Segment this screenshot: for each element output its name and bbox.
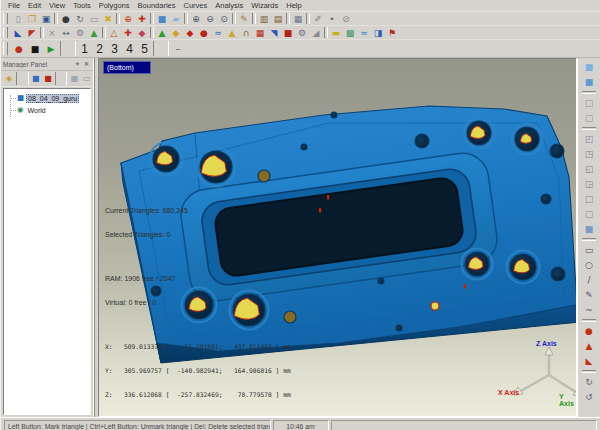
view-preset-button[interactable]: 4 (122, 41, 137, 56)
line-select-icon[interactable]: / (581, 273, 597, 287)
lasso-select-icon[interactable]: ○ (581, 258, 597, 272)
grid-delete-icon[interactable]: ▦ (253, 27, 267, 39)
stop-button[interactable]: ■ (27, 41, 43, 56)
view-list-icon[interactable]: ▦ (68, 72, 80, 85)
fill-defect-icon[interactable]: ▲ (581, 339, 597, 353)
bridge-icon[interactable]: ∩ (239, 27, 253, 39)
view-front-icon[interactable]: ◰ (581, 132, 597, 146)
defect-mark-icon[interactable]: ◆ (183, 27, 197, 39)
flat-view-icon[interactable]: □ (581, 96, 597, 110)
cube-tool-icon[interactable]: ◆ (135, 27, 149, 39)
curve-select-icon[interactable]: ~ (581, 303, 597, 317)
paint-defect-icon[interactable]: ● (581, 324, 597, 338)
plane-icon[interactable]: ▰ (169, 13, 183, 25)
view-preset-button[interactable]: 5 (137, 41, 152, 56)
menu-item[interactable]: Help (282, 0, 305, 11)
flip-normal-icon[interactable]: ◤ (25, 27, 39, 39)
registration-target-icon[interactable]: ⊕ (121, 13, 135, 25)
shaded-edges-view-icon[interactable]: ■ (581, 75, 597, 89)
fill-hole-icon[interactable]: ◣ (11, 27, 25, 39)
menu-item[interactable]: Boundaries (134, 0, 180, 11)
window-tool-icon[interactable]: ▭ (87, 13, 101, 25)
shade-box-icon[interactable]: ■ (155, 13, 169, 25)
view-right-icon[interactable]: ◲ (581, 177, 597, 191)
mesh-doctor-icon[interactable]: ✚ (121, 27, 135, 39)
ramp-icon[interactable]: ◢ (309, 27, 323, 39)
grid-icon[interactable]: ▦ (291, 13, 305, 25)
gold-part-icon[interactable]: ◆ (169, 27, 183, 39)
mesh-object-icon[interactable]: ■ (30, 72, 42, 85)
view-back-icon[interactable]: ◳ (581, 147, 597, 161)
move-tool-icon[interactable]: ↔ (59, 27, 73, 39)
zoom-out-icon[interactable]: ⊖ (203, 13, 217, 25)
pencil-icon[interactable]: ✎ (237, 13, 251, 25)
wireframe-view-icon[interactable]: ▢ (581, 111, 597, 125)
view-iso-icon[interactable]: ■ (581, 222, 597, 236)
view-preset-button[interactable]: 3 (107, 41, 122, 56)
mesh-red-icon[interactable]: ■ (42, 72, 54, 85)
pan-icon[interactable]: ↺ (581, 390, 597, 404)
view-preset-button[interactable]: 1 (77, 41, 92, 56)
pin-icon[interactable]: ⌖ (73, 60, 82, 68)
point-tool-icon[interactable]: • (325, 13, 339, 25)
viewport-3d[interactable]: (Bottom) Current Triangles: 680,245 Sele… (98, 58, 577, 417)
menu-item[interactable]: Edit (24, 0, 45, 11)
tree-item[interactable]: ■ 08_04_09_guru (11, 92, 89, 104)
wave-icon[interactable]: ≈ (211, 27, 225, 39)
smooth-mesh-icon[interactable]: ▲ (87, 27, 101, 39)
zoom-window-icon[interactable]: ⊙ (217, 13, 231, 25)
view-preset-button[interactable]: 2 (92, 41, 107, 56)
toolbar-grip[interactable] (3, 13, 8, 23)
deviation-icon[interactable]: ▬ (329, 27, 343, 39)
menu-item[interactable]: Analysis (211, 0, 247, 11)
flag-icon[interactable]: ⚑ (385, 27, 399, 39)
sphere-select-icon[interactable]: ● (197, 27, 211, 39)
compare-icon[interactable]: ◨ (371, 27, 385, 39)
measure-compare-icon[interactable]: ▤ (271, 13, 285, 25)
save-icon[interactable]: ▣ (39, 13, 53, 25)
new-file-icon[interactable]: ▯ (11, 13, 25, 25)
record-button[interactable]: ● (11, 41, 27, 56)
backslash-icon[interactable]: ◥ (267, 27, 281, 39)
menu-item[interactable]: View (45, 0, 69, 11)
dash-button[interactable]: – (170, 41, 186, 56)
shaded-view-icon[interactable]: ■ (581, 60, 597, 74)
camera-view-icon[interactable]: ▭ (81, 72, 93, 85)
texture-icon[interactable]: ▩ (343, 27, 357, 39)
view-top-icon[interactable]: □ (581, 192, 597, 206)
wave-analysis-icon[interactable]: ≈ (357, 27, 371, 39)
menu-item[interactable]: Polygons (95, 0, 134, 11)
rect-select-icon[interactable]: ▭ (581, 243, 597, 257)
measure-icon[interactable]: ▥ (257, 13, 271, 25)
refine-mesh-icon[interactable]: △ (107, 27, 121, 39)
gear-edit-icon[interactable]: ⚙ (295, 27, 309, 39)
gears-icon[interactable]: ⚙ (73, 27, 87, 39)
play-button[interactable]: ▶ (43, 41, 59, 56)
castle-icon[interactable]: ▲ (225, 27, 239, 39)
close-icon[interactable]: × (82, 60, 91, 68)
align-crosshair-icon[interactable]: ✚ (135, 13, 149, 25)
orbit-icon[interactable]: ↻ (581, 375, 597, 389)
menu-item[interactable]: Tools (69, 0, 95, 11)
menu-item[interactable]: Curves (179, 0, 211, 11)
disable-icon[interactable]: ⊘ (339, 13, 353, 25)
sphere-tool-icon[interactable]: ● (59, 13, 73, 25)
view-left-icon[interactable]: ◱ (581, 162, 597, 176)
wedge-tool-icon[interactable]: ◣ (581, 354, 597, 368)
pen-select-icon[interactable]: ✎ (581, 288, 597, 302)
select-tool-icon[interactable]: ◈ (3, 72, 15, 85)
wrench-icon[interactable]: ✐ (311, 13, 325, 25)
toolbar-grip[interactable] (3, 42, 8, 56)
tree-item[interactable]: ◉ World (11, 104, 89, 116)
view-bottom-icon[interactable]: ▢ (581, 207, 597, 221)
open-file-icon[interactable]: ❐ (25, 13, 39, 25)
delete-tool-icon[interactable]: × (45, 27, 59, 39)
rotate-object-icon[interactable]: ↻ (73, 13, 87, 25)
toolbar-grip[interactable] (3, 27, 8, 37)
hourglass-icon[interactable]: ✖ (101, 13, 115, 25)
rgb-triangle-icon[interactable]: ▲ (155, 27, 169, 39)
red-cube-icon[interactable]: ■ (281, 27, 295, 39)
menu-item[interactable]: File (4, 0, 24, 11)
menu-item[interactable]: Wizards (247, 0, 282, 11)
zoom-in-icon[interactable]: ⊕ (189, 13, 203, 25)
